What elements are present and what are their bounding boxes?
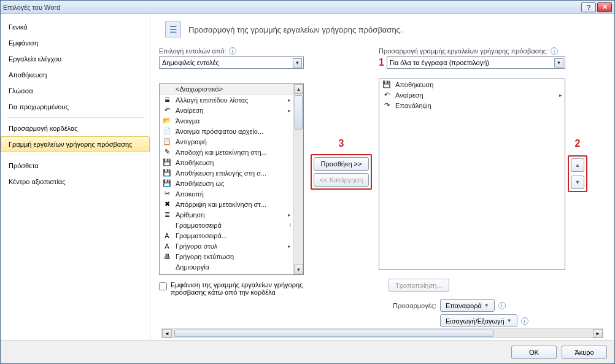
import-export-button[interactable]: Εισαγωγή/Εξαγωγή▼ xyxy=(440,314,517,327)
list-item[interactable]: ✎Αποδοχή και μετακίνηση στη... xyxy=(160,147,293,157)
move-col: 2 ▲ ▼ xyxy=(565,47,590,192)
sidebar-item-addins[interactable]: Πρόσθετα xyxy=(1,158,150,174)
word-options-dialog: Επιλογές του Word ? ✕ Γενικά Εμφάνιση Ερ… xyxy=(0,0,615,364)
command-label: Αποθήκευση xyxy=(395,81,552,88)
list-item[interactable]: ↶Αναίρεση▸ xyxy=(379,90,565,100)
info-icon[interactable]: i xyxy=(551,47,558,55)
scroll-thumb[interactable] xyxy=(174,330,493,337)
list-item[interactable]: Δημιουργία xyxy=(160,261,293,272)
list-item[interactable]: <Διαχωριστικό> xyxy=(160,84,293,95)
help-button[interactable]: ? xyxy=(581,2,596,12)
list-item[interactable]: ✂Αποκοπή xyxy=(160,188,293,199)
scroll-thumb[interactable] xyxy=(295,95,303,130)
list-item[interactable]: 🖶Γρήγορη εκτύπωση xyxy=(160,251,293,261)
command-icon: ✂ xyxy=(162,189,172,199)
chevron-down-icon[interactable]: ▼ xyxy=(554,58,563,68)
annotation-3-box: Προσθήκη >> << Κατάργηση xyxy=(311,154,372,190)
button-label: Επαναφορά xyxy=(446,302,482,309)
command-icon xyxy=(162,84,172,94)
sidebar-item-trust-center[interactable]: Κέντρο αξιοπιστίας xyxy=(1,174,150,190)
list-item[interactable]: ↷Επανάληψη xyxy=(379,100,565,110)
sidebar-item-language[interactable]: Γλώσσα xyxy=(1,83,150,99)
submenu-icon: ▸ xyxy=(285,107,291,114)
scroll-track[interactable] xyxy=(294,94,303,265)
move-up-button[interactable]: ▲ xyxy=(571,158,584,172)
list-item[interactable]: AΓρήγορα στυλ▸ xyxy=(160,241,293,251)
scroll-track[interactable] xyxy=(172,329,593,338)
info-icon[interactable]: i xyxy=(498,302,506,309)
sidebar-item-proofing[interactable]: Εργαλεία ελέγχου xyxy=(1,51,150,67)
reset-button[interactable]: Επαναφορά▼ xyxy=(440,299,495,312)
content-h-scrollbar[interactable]: ◄ ► xyxy=(161,328,603,338)
sidebar-divider xyxy=(7,117,144,118)
list-item[interactable]: 💾Αποθήκευση xyxy=(379,79,565,90)
sidebar-item-customize-ribbon[interactable]: Προσαρμογή κορδέλας xyxy=(1,120,150,136)
choose-from-combo[interactable]: Δημοφιλείς εντολές ▼ xyxy=(159,56,304,69)
cancel-button[interactable]: Άκυρο xyxy=(562,346,607,359)
move-down-button[interactable]: ▼ xyxy=(571,176,584,189)
command-label: Γρήγορα στυλ xyxy=(176,242,281,250)
sidebar-item-general[interactable]: Γενικά xyxy=(1,19,150,35)
list-item[interactable]: ✖Απόρριψη και μετακίνηση στ... xyxy=(160,199,293,209)
sidebar-divider xyxy=(7,155,144,155)
sidebar-item-display[interactable]: Εμφάνιση xyxy=(1,35,150,51)
list-item[interactable]: 📋Αντιγραφή xyxy=(160,136,293,147)
list-item[interactable]: ≣Αρίθμηση▸ xyxy=(160,209,293,220)
info-icon[interactable]: i xyxy=(229,47,236,55)
command-icon: ≣ xyxy=(162,95,172,105)
command-label: Δημιουργία xyxy=(176,263,281,271)
close-button[interactable]: ✕ xyxy=(597,2,612,12)
combo-value: Δημοφιλείς εντολές xyxy=(162,59,293,66)
command-label: Αναίρεση xyxy=(395,91,552,99)
chevron-down-icon[interactable]: ▼ xyxy=(293,58,302,68)
list-item[interactable]: ≣Αλλαγή επιπέδου λίστας▸ xyxy=(160,95,293,105)
customize-qat-label: Προσαρμογή γραμμής εργαλείων γρήγορης πρ… xyxy=(379,47,565,55)
list-item[interactable]: 💾Αποθήκευση επιλογής στη σ... xyxy=(160,168,293,178)
sidebar-item-label: Κέντρο αξιοπιστίας xyxy=(9,178,65,185)
info-icon[interactable]: i xyxy=(521,317,528,325)
page-heading: ☰ Προσαρμογή της γραμμής εργαλείων γρήγο… xyxy=(159,21,606,37)
scroll-right-icon[interactable]: ► xyxy=(593,329,603,338)
sidebar-item-advanced[interactable]: Για προχωρημένους xyxy=(1,99,150,115)
command-label: Αποδοχή και μετακίνηση στη... xyxy=(176,149,281,156)
qat-col: Προσαρμογή γραμμής εργαλείων γρήγορης πρ… xyxy=(379,47,565,270)
list-item[interactable]: 💾Αποθήκευση xyxy=(160,157,293,168)
list-item[interactable]: 💾Αποθήκευση ως xyxy=(160,178,293,188)
show-below-ribbon-checkbox[interactable] xyxy=(159,282,167,290)
command-label: Άνοιγμα xyxy=(176,117,281,125)
button-label: Άκυρο xyxy=(574,349,594,356)
scroll-up-icon[interactable]: ▲ xyxy=(294,84,303,94)
annotation-1: 1 xyxy=(379,57,384,68)
sidebar-item-qat[interactable]: Γραμμή εργαλείων γρήγορης πρόσβασης xyxy=(1,136,150,152)
remove-button[interactable]: << Κατάργηση xyxy=(314,173,369,187)
add-button[interactable]: Προσθήκη >> xyxy=(314,157,369,171)
sidebar-item-save[interactable]: Αποθήκευση xyxy=(1,67,150,83)
command-label: Αρίθμηση xyxy=(176,211,281,219)
command-icon: ↶ xyxy=(162,106,172,115)
sidebar-item-label: Εργαλεία ελέγχου xyxy=(9,55,61,63)
list-item[interactable]: ΓραμματοσειράI xyxy=(160,220,293,230)
available-commands-list[interactable]: <Διαχωριστικό>≣Αλλαγή επιπέδου λίστας▸↶Α… xyxy=(159,83,304,275)
window-title: Επιλογές του Word xyxy=(3,4,60,11)
ok-button[interactable]: OK xyxy=(511,346,557,359)
button-label: OK xyxy=(529,349,539,356)
sidebar-item-label: Γενικά xyxy=(9,23,28,31)
list-item[interactable]: ↶Αναίρεση▸ xyxy=(160,105,293,115)
modify-button[interactable]: Τροποποίηση... xyxy=(389,279,449,292)
reset-import-col: Τροποποίηση... Προσαρμογές: Επαναφορά▼ i… xyxy=(389,279,575,327)
list-items: <Διαχωριστικό>≣Αλλαγή επιπέδου λίστας▸↶Α… xyxy=(160,84,293,274)
list-item[interactable]: AΓραμματοσειρά... xyxy=(160,230,293,241)
customize-qat-combo[interactable]: Για όλα τα έγγραφα (προεπιλογή) ▼ xyxy=(387,56,565,69)
command-icon: A xyxy=(162,231,172,241)
list-item[interactable]: 📂Άνοιγμα xyxy=(160,115,293,126)
command-label: Απόρριψη και μετακίνηση στ... xyxy=(176,201,281,208)
command-icon: 💾 xyxy=(162,158,172,168)
list-item[interactable]: 📄Άνοιγμα πρόσφατου αρχείο... xyxy=(160,126,293,136)
qat-commands-list[interactable]: 💾Αποθήκευση↶Αναίρεση▸↷Επανάληψη xyxy=(379,79,565,270)
scrollbar[interactable]: ▲ ▼ xyxy=(293,84,303,274)
scroll-down-icon[interactable]: ▼ xyxy=(294,265,303,274)
command-label: Αναίρεση xyxy=(176,107,281,114)
button-label: Προσθήκη >> xyxy=(321,160,362,168)
command-label: Αποκοπή xyxy=(176,190,281,198)
scroll-left-icon[interactable]: ◄ xyxy=(162,329,172,338)
